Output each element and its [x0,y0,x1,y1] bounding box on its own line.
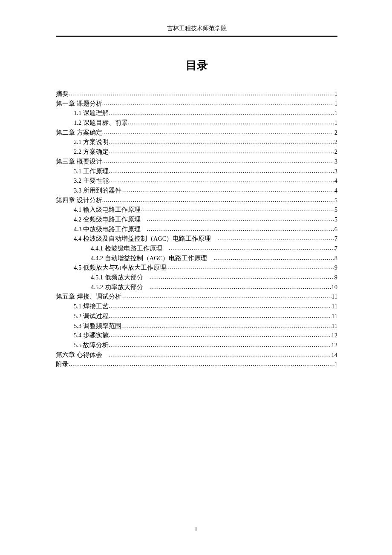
toc-leader-dots [128,118,334,127]
toc-entry: 第四章 设计分析5 [56,196,337,205]
toc-entry-label: 1.2 课题目标、前景 [74,118,128,127]
toc-entry-page: 11 [331,302,337,311]
toc-entry-page: 4 [334,176,337,185]
toc-leader-dots [69,359,334,369]
toc-entry-page: 1 [334,118,337,127]
toc-entry: 5.3 调整频率范围11 [56,321,337,331]
toc-entry: 2.1 方案说明2 [56,137,337,147]
toc-leader-dots [150,273,334,282]
toc-entry-page: 2 [334,147,337,156]
toc-entry: 附录1 [56,359,337,369]
toc-entry: 1.2 课题目标、前景1 [56,118,337,128]
toc-entry-label: 2.2 方案确定 [74,147,109,156]
toc-entry-page: 1 [334,89,337,98]
toc-leader-dots [121,321,331,331]
toc-entry: 3.1 工作原理3 [56,167,337,176]
toc-leader-dots [141,205,334,214]
toc-entry-page: 14 [331,350,338,359]
toc-entry-label: 5.3 调整频率范围 [74,321,121,331]
toc-entry-label: 2.1 方案说明 [74,137,109,147]
toc-leader-dots [121,292,331,301]
toc-entry-page: 7 [334,244,337,253]
toc-entry: 5.2 调试过程11 [56,311,337,321]
toc-entry-page: 1 [334,359,337,369]
toc-entry-page: 4 [334,186,337,195]
toc-entry-label: 第五章 焊接、调试分析 [56,292,121,301]
toc-entry: 第三章 概要设计3 [56,157,337,167]
toc-entry-page: 11 [331,292,337,301]
header-rule-bottom [56,36,337,37]
toc-leader-dots [213,253,334,263]
toc-entry-label: 4.1 输入级电路工作原理 [74,205,141,214]
toc-leader-dots [109,350,331,359]
toc-leader-dots [109,340,331,350]
toc-leader-dots [109,311,331,321]
toc-leader-dots [150,282,331,292]
toc-entry: 4.5.1 低频放大部分 9 [56,273,337,282]
toc-entry: 4.4.2 自动增益控制（AGC）电路工作原理 8 [56,253,337,263]
toc-leader-dots [109,331,331,340]
toc-leader-dots [69,89,334,98]
toc-entry-page: 1 [334,99,337,108]
toc-entry-page: 12 [331,340,338,350]
toc-entry-label: 第一章 课题分析 [56,99,102,108]
toc-entry-page: 3 [334,167,337,176]
toc-entry-page: 8 [334,253,337,263]
toc-entry-label: 第六章 心得体会 [56,350,109,359]
toc-entry: 5.4 步骤实施12 [56,331,337,340]
toc-entry: 4.4 检波级及自动增益控制（AGC）电路工作原理 7 [56,234,337,244]
toc-entry-page: 9 [334,263,337,272]
toc-entry: 第二章 方案确定2 [56,128,337,138]
toc-entry-page: 11 [331,311,337,321]
toc-leader-dots [102,196,334,205]
toc-entry-label: 5.4 步骤实施 [74,331,109,340]
toc-leader-dots [102,157,334,166]
toc-entry-label: 4.5.2 功率放大部分 [91,282,150,292]
toc-entry-label: 第三章 概要设计 [56,157,102,166]
toc-entry: 4.3 中放级电路工作原理 6 [56,224,337,234]
toc-entry-label: 4.5 低频放大与功率放大工作原理 [74,263,166,272]
toc-entry-page: 10 [331,282,338,292]
toc-entry: 3.3 所用到的器件4 [56,186,337,196]
toc-leader-dots [109,108,334,118]
toc-entry-label: 5.2 调试过程 [74,311,109,321]
toc-entry: 3.2 主要性能4 [56,176,337,186]
toc-leader-dots [217,234,334,243]
toc-entry: 第一章 课题分析1 [56,99,337,109]
toc-leader-dots [102,99,334,108]
toc-entry-label: 3.1 工作原理 [74,167,109,176]
toc-entry-page: 2 [334,128,337,137]
toc-entry-label: 第四章 设计分析 [56,196,102,205]
toc-leader-dots [109,176,334,185]
toc-entry-label: 5.1 焊接工艺 [74,302,109,311]
toc-entry-page: 9 [334,273,337,282]
toc-entry-label: 附录 [56,359,69,369]
toc-entry: 第五章 焊接、调试分析11 [56,292,337,302]
toc-entry-label: 1.1 课题理解 [74,108,109,118]
toc-leader-dots [109,147,334,156]
toc-leader-dots [109,137,334,147]
toc-entry-page: 12 [331,331,338,340]
toc-entry: 2.2 方案确定2 [56,147,337,157]
toc-entry-page: 6 [334,224,337,234]
toc-leader-dots [121,186,334,195]
page-number: I [0,526,392,533]
toc-entry-label: 4.2 变频级电路工作原理 [74,215,147,224]
toc-leader-dots [147,224,334,234]
toc-entry-label: 4.4.1 检波级电路工作原理 [91,244,169,253]
toc-entry: 4.4.1 检波级电路工作原理 7 [56,244,337,253]
toc-entry-page: 1 [334,108,337,118]
toc-entry: 5.1 焊接工艺11 [56,302,337,311]
toc-entry-label: 4.5.1 低频放大部分 [91,273,150,282]
toc-entry-page: 7 [334,234,337,243]
toc-entry-label: 4.3 中放级电路工作原理 [74,224,147,234]
toc-entry: 4.5 低频放大与功率放大工作原理9 [56,263,337,273]
toc-entry: 1.1 课题理解1 [56,108,337,118]
toc-leader-dots [109,302,331,311]
toc-entry-label: 第二章 方案确定 [56,128,102,137]
toc-entry-label: 摘要 [56,89,69,98]
toc-entry-label: 3.3 所用到的器件 [74,186,121,195]
toc-leader-dots [147,215,334,224]
toc-entry: 4.2 变频级电路工作原理 5 [56,215,337,224]
toc-entry-label: 5.5 故障分析 [74,340,109,350]
